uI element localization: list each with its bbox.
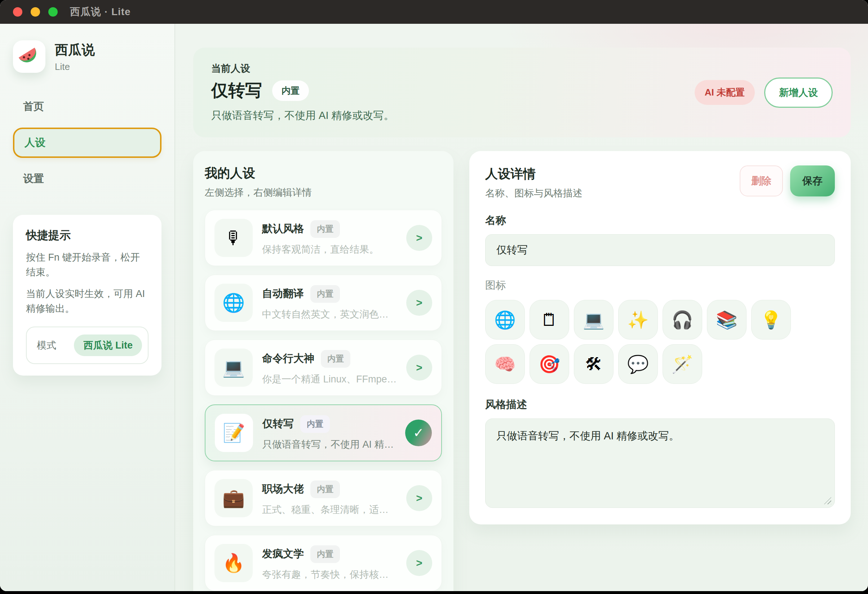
persona-name: 仅转写 — [263, 417, 294, 431]
minimize-window-button[interactable] — [31, 7, 40, 16]
icon-option-magic-wand-icon[interactable]: 🪄 — [663, 344, 702, 384]
briefcase-icon: 💼 — [222, 488, 245, 509]
persona-description: 正式、稳重、条理清晰，适合职… — [262, 503, 397, 516]
window-title: 西瓜说 · Lite — [70, 5, 131, 19]
delete-persona-button[interactable]: 删除 — [740, 165, 783, 196]
persona-description: 你是一个精通 Linux、FFmpeg、O… — [262, 373, 397, 386]
microphone-icon: 🎙 — [224, 227, 243, 248]
memo-icon: 📝 — [223, 422, 245, 443]
icon-option-books-icon[interactable]: 📚 — [707, 300, 747, 339]
icon-option-laptop-icon[interactable]: 💻 — [574, 300, 614, 339]
personas-panel: 我的人设 左侧选择，右侧编辑详情 🎙 默认风格 内置 保持客观简洁，直给结果。 — [193, 151, 453, 591]
persona-list-item[interactable]: 🔥 发疯文学 内置 夸张有趣，节奏快，保持核心信… > — [205, 535, 442, 591]
magic-wand-icon: 🪄 — [672, 354, 693, 374]
persona-builtin-badge: 内置 — [310, 220, 340, 238]
chevron-right-icon[interactable]: > — [406, 290, 432, 316]
icon-option-brain-icon[interactable]: 🧠 — [485, 344, 525, 384]
chevron-right-icon[interactable]: > — [406, 225, 432, 251]
app-name: 西瓜说 — [55, 41, 95, 59]
persona-builtin-badge: 内置 — [321, 350, 350, 368]
persona-name-input[interactable] — [485, 234, 835, 266]
persona-name: 默认风格 — [262, 222, 304, 236]
persona-list-item[interactable]: 📝 仅转写 内置 只做语音转写，不使用 AI 精修或… ✓ — [205, 404, 442, 461]
current-persona-description: 只做语音转写，不使用 AI 精修或改写。 — [211, 109, 394, 123]
persona-list-item[interactable]: 🌐 自动翻译 内置 中文转自然英文，英文润色但不… > — [205, 275, 442, 331]
icon-option-headphone-icon[interactable]: 🎧 — [663, 300, 702, 339]
mode-label: 模式 — [37, 339, 56, 352]
chevron-right-icon[interactable]: > — [406, 485, 432, 511]
current-persona-banner: 当前人设 仅转写 内置 只做语音转写，不使用 AI 精修或改写。 AI 未配置 … — [193, 47, 851, 137]
persona-list-item[interactable]: 💼 职场大佬 内置 正式、稳重、条理清晰，适合职… > — [205, 470, 442, 526]
detail-panel-subtitle: 名称、图标与风格描述 — [485, 187, 583, 200]
zoom-window-button[interactable] — [48, 7, 58, 16]
quick-tips-card: 快捷提示 按住 Fn 键开始录音，松开结束。 当前人设实时生效，可用 AI 精修… — [13, 215, 161, 376]
sparkles-icon: ✨ — [627, 310, 649, 330]
laptop-icon: 💻 — [583, 310, 604, 330]
titlebar: 西瓜说 · Lite — [0, 0, 868, 24]
persona-name: 职场大佬 — [262, 482, 304, 496]
app-logo — [13, 40, 46, 73]
persona-name: 发疯文学 — [262, 547, 304, 561]
style-field-label: 风格描述 — [485, 398, 835, 412]
icon-option-tools-icon[interactable]: 🛠 — [574, 344, 614, 384]
tools-icon: 🛠 — [585, 354, 602, 374]
sidebar-nav: 首页 人设 设置 — [13, 91, 161, 194]
app-window: 西瓜说 · Lite 西瓜说 Lite 首页 人设 设置 快捷提示 按住 Fn … — [0, 0, 868, 591]
lightbulb-icon: 💡 — [760, 310, 782, 330]
app-edition: Lite — [55, 61, 95, 72]
sidebar-item-settings[interactable]: 设置 — [13, 164, 161, 194]
persona-list-item[interactable]: 💻 命令行大神 内置 你是一个精通 Linux、FFmpeg、O… > — [205, 339, 442, 396]
banner-kicker: 当前人设 — [211, 62, 394, 75]
close-window-button[interactable] — [13, 7, 22, 16]
persona-description: 只做语音转写，不使用 AI 精修或… — [263, 438, 396, 451]
sidebar-item-personas[interactable]: 人设 — [13, 128, 161, 158]
quick-tips-title: 快捷提示 — [26, 228, 149, 243]
detail-panel-title: 人设详情 — [485, 165, 583, 182]
persona-description: 中文转自然英文，英文润色但不… — [262, 308, 397, 321]
personas-panel-title: 我的人设 — [205, 165, 442, 182]
quick-tips-line: 当前人设实时生效，可用 AI 精修输出。 — [26, 287, 149, 316]
chevron-right-icon[interactable]: > — [406, 550, 432, 576]
notepad-icon: 🗒 — [541, 310, 558, 330]
headphone-icon: 🎧 — [672, 310, 693, 330]
traffic-lights — [13, 7, 58, 16]
style-description-textarea[interactable]: 只做语音转写，不使用 AI 精修或改写。 — [485, 419, 835, 508]
mode-badge: 西瓜说 Lite — [74, 335, 142, 356]
main-area: 当前人设 仅转写 内置 只做语音转写，不使用 AI 精修或改写。 AI 未配置 … — [175, 24, 868, 591]
app-brand: 西瓜说 Lite — [13, 40, 161, 73]
icon-option-target-icon[interactable]: 🎯 — [530, 344, 569, 384]
persona-name: 命令行大神 — [262, 351, 314, 366]
icon-option-notepad-icon[interactable]: 🗒 — [530, 300, 569, 339]
icon-option-globe-icon[interactable]: 🌐 — [485, 300, 525, 339]
chevron-right-icon[interactable]: > — [406, 355, 432, 380]
icon-option-sparkles-icon[interactable]: ✨ — [618, 300, 658, 339]
personas-panel-subtitle: 左侧选择，右侧编辑详情 — [205, 186, 442, 199]
icon-picker-grid: 🌐 🗒 💻 ✨ 🎧 📚 💡 🧠 — [485, 300, 835, 384]
builtin-badge: 内置 — [272, 80, 309, 101]
brain-icon: 🧠 — [494, 354, 516, 374]
window-content: 西瓜说 Lite 首页 人设 设置 快捷提示 按住 Fn 键开始录音，松开结束。… — [0, 24, 868, 591]
save-persona-button[interactable]: 保存 — [790, 165, 835, 196]
persona-name: 自动翻译 — [262, 287, 304, 301]
persona-builtin-badge: 内置 — [310, 481, 340, 498]
persona-list-item[interactable]: 🎙 默认风格 内置 保持客观简洁，直给结果。 > — [205, 210, 442, 266]
persona-builtin-badge: 内置 — [310, 545, 340, 563]
sidebar: 西瓜说 Lite 首页 人设 设置 快捷提示 按住 Fn 键开始录音，松开结束。… — [0, 24, 175, 591]
laptop-icon: 💻 — [222, 357, 245, 378]
persona-description: 夸张有趣，节奏快，保持核心信… — [262, 568, 397, 581]
books-icon: 📚 — [716, 310, 738, 330]
speech-balloon-icon: 💬 — [627, 354, 649, 374]
sidebar-item-home[interactable]: 首页 — [13, 91, 161, 122]
icon-option-speech-balloon-icon[interactable]: 💬 — [618, 344, 658, 384]
icon-option-lightbulb-icon[interactable]: 💡 — [751, 300, 791, 339]
persona-list: 🎙 默认风格 内置 保持客观简洁，直给结果。 > — [205, 210, 442, 591]
fire-icon: 🔥 — [222, 553, 245, 573]
persona-builtin-badge: 内置 — [300, 415, 330, 433]
persona-builtin-badge: 内置 — [310, 285, 340, 303]
add-persona-button[interactable]: 新增人设 — [764, 78, 833, 108]
globe-icon: 🌐 — [494, 310, 516, 330]
ai-status-badge: AI 未配置 — [695, 80, 755, 105]
style-textarea-wrap: 只做语音转写，不使用 AI 精修或改写。 — [485, 419, 835, 508]
quick-tips-line: 按住 Fn 键开始录音，松开结束。 — [26, 250, 149, 279]
globe-icon: 🌐 — [222, 292, 245, 313]
